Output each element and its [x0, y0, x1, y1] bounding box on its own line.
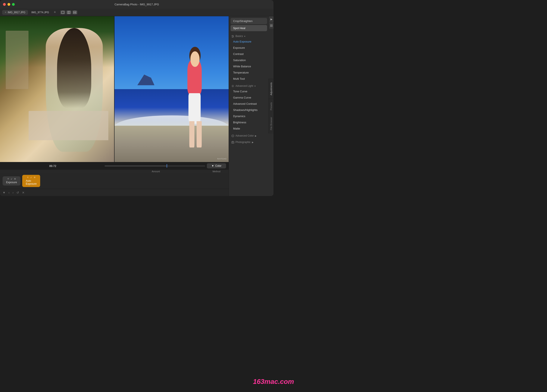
exposure-chip-label: Exposure — [5, 180, 19, 185]
svg-point-13 — [232, 37, 233, 37]
figure-right — [185, 60, 206, 147]
chip-reset-icon-active[interactable]: ↙ — [30, 176, 32, 179]
basics-chevron-icon: ▾ — [244, 35, 245, 37]
tab-img9917[interactable]: ✕ IMG_9917.JPG — [2, 10, 28, 15]
adj-auto-exposure[interactable]: Auto Exposure — [230, 38, 268, 45]
auto-exposure-chip[interactable]: ✕ ↙ ⊕ AutoExposure — [22, 175, 40, 187]
sidebar-collapse-button[interactable]: ▶ — [269, 16, 274, 22]
adj-saturation[interactable]: Saturation — [230, 57, 268, 63]
advanced-color-section-header[interactable]: Advanced Color ▶ — [229, 132, 269, 138]
method-value: Color — [215, 164, 222, 167]
right-sidebar: ▶ Adjustments Presets File Browser Crop/… — [229, 16, 274, 196]
chip-add-icon-active[interactable]: ⊕ — [34, 176, 35, 179]
dropdown-icon[interactable]: ▼ — [3, 191, 6, 194]
crop-straighten-button[interactable]: Crop/Straighten — [231, 18, 267, 24]
tab-label: IMG_9774.JPG — [31, 11, 49, 14]
svg-rect-5 — [270, 25, 273, 25]
advanced-color-label: Advanced Color — [235, 134, 254, 137]
presets-tab[interactable]: Presets — [269, 99, 274, 114]
forward-icon[interactable]: › — [13, 191, 14, 194]
filter-chips-row: ✕ ↙ ⊕ Exposure ✕ ↙ ⊕ AutoExposure — [0, 173, 229, 189]
amount-label: Amount — [105, 170, 207, 173]
view-controls — [60, 10, 77, 14]
svg-rect-25 — [232, 142, 234, 144]
svg-line-20 — [233, 87, 234, 87]
chip-controls-active: ✕ ↙ ⊕ — [25, 176, 37, 179]
chip-add-icon[interactable]: ⊕ — [14, 178, 16, 180]
single-view-button[interactable] — [60, 10, 65, 14]
exposure-chip[interactable]: ✕ ↙ ⊕ Exposure — [3, 176, 21, 186]
slider-row: 89.72 ▼ Color — [0, 162, 229, 170]
adj-tone-curve[interactable]: Tone Curve — [230, 88, 268, 95]
tab-close-icon[interactable]: ✕ — [5, 11, 7, 14]
method-selector[interactable]: ▼ Color — [207, 163, 226, 168]
titlebar: CameraBag Photo - IMG_9917.JPG — [0, 0, 274, 8]
adj-brightness[interactable]: Brightness — [230, 119, 268, 125]
svg-point-11 — [233, 36, 234, 37]
adj-contrast[interactable]: Contrast — [230, 51, 268, 57]
spot-heal-button[interactable]: Spot Heal — [231, 25, 267, 31]
adj-shadows-highlights[interactable]: Shadows/Highlights — [230, 107, 268, 113]
image-area: RAYTCHO 89.72 ▼ Color — [0, 16, 229, 196]
chip-close-icon[interactable]: ✕ — [7, 178, 9, 180]
adj-gamma-curve[interactable]: Gamma Curve — [230, 95, 268, 101]
split-view-button[interactable] — [66, 10, 71, 14]
photo-watermark: RAYTCHO — [217, 158, 226, 160]
main-content: RAYTCHO 89.72 ▼ Color — [0, 16, 274, 196]
chip-controls: ✕ ↙ ⊕ — [6, 177, 18, 180]
advanced-light-section-header[interactable]: Advanced Light ▾ — [229, 83, 269, 88]
photographic-chevron-icon: ▶ — [252, 141, 254, 144]
adj-exposure[interactable]: Exposure — [230, 45, 268, 51]
close-window-btn[interactable] — [3, 3, 6, 6]
add-tab-button[interactable]: + — [52, 10, 57, 14]
slider-labels-row: Amount Method — [0, 170, 229, 173]
svg-rect-7 — [270, 26, 273, 27]
camera-icon — [231, 141, 234, 144]
sliders-icon — [231, 35, 234, 38]
svg-line-22 — [232, 87, 232, 87]
svg-point-24 — [232, 136, 233, 136]
bottom-section: 89.72 ▼ Color Amount Method — [0, 162, 229, 196]
adj-temperature[interactable]: Temperature — [230, 69, 268, 76]
reset-icon[interactable]: ↺ — [16, 191, 19, 194]
svg-line-21 — [233, 85, 234, 85]
tabbar: ✕ IMG_9917.JPG IMG_9774.JPG + — [0, 8, 274, 16]
fullscreen-window-btn[interactable] — [12, 3, 15, 6]
advanced-light-label: Advanced Light — [235, 84, 253, 87]
amount-slider[interactable] — [105, 164, 205, 168]
adj-advanced-contrast[interactable]: Advanced Contrast — [230, 101, 268, 107]
window-title: CameraBag Photo - IMG_9917.JPG — [115, 3, 159, 6]
svg-line-19 — [232, 85, 232, 85]
close-icon[interactable]: ✕ — [22, 191, 25, 194]
photographic-section-header[interactable]: Photographic ▶ — [229, 139, 269, 144]
adj-multi-tool[interactable]: Multi Tool — [230, 76, 268, 82]
adj-dynamics[interactable]: Dynamics — [230, 113, 268, 119]
svg-rect-3 — [74, 11, 76, 12]
compare-view-button[interactable] — [72, 10, 77, 14]
window-controls — [3, 3, 15, 6]
photo-right-panel: RAYTCHO — [115, 16, 229, 162]
svg-rect-1 — [68, 11, 69, 14]
chip-close-icon-active[interactable]: ✕ — [27, 176, 29, 179]
svg-point-9 — [232, 35, 233, 36]
adj-white-balance[interactable]: White Balance — [230, 63, 268, 69]
chip-reset-icon[interactable]: ↙ — [11, 178, 12, 180]
basics-section-header[interactable]: Basics ▾ — [229, 33, 269, 38]
auto-exposure-chip-label: AutoExposure — [24, 179, 38, 186]
photos-container: RAYTCHO — [0, 16, 229, 162]
svg-point-26 — [232, 142, 233, 143]
photo-left-panel — [0, 16, 115, 162]
tab-img9774[interactable]: IMG_9774.JPG — [29, 10, 52, 15]
adj-matte[interactable]: Matte — [230, 125, 268, 132]
sidebar-menu-button[interactable] — [269, 23, 274, 29]
advanced-color-chevron-icon: ▶ — [255, 135, 257, 137]
svg-rect-4 — [74, 12, 76, 14]
sidebar-scroll-area: Crop/Straighten Spot Heal Basics ▾ Auto … — [229, 16, 274, 196]
sidebar-edge-buttons: ▶ — [269, 16, 274, 29]
adjustments-tab[interactable]: Adjustments — [269, 79, 274, 99]
minimize-window-btn[interactable] — [7, 3, 10, 6]
file-browser-tab[interactable]: File Browser — [269, 114, 274, 134]
back-icon[interactable]: ‹ — [8, 191, 10, 194]
slider-value-display: 89.72 — [3, 164, 103, 168]
tab-label: IMG_9917.JPG — [8, 11, 25, 14]
